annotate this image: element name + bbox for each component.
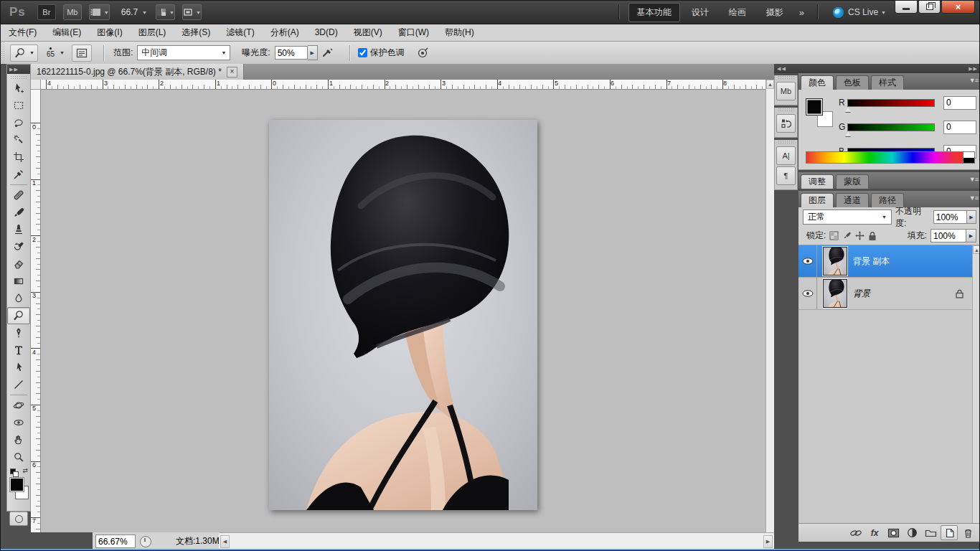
quick-select-tool[interactable] bbox=[7, 131, 30, 149]
green-value-input[interactable] bbox=[943, 121, 976, 134]
menu-help[interactable]: 帮助(H) bbox=[437, 24, 482, 41]
minimize-button[interactable] bbox=[895, 1, 918, 14]
new-group-button[interactable] bbox=[922, 525, 939, 540]
workspace-painting[interactable]: 绘画 bbox=[720, 3, 755, 22]
restore-button[interactable] bbox=[918, 1, 941, 14]
move-tool[interactable] bbox=[7, 80, 30, 97]
opacity-value[interactable]: 100% bbox=[933, 210, 967, 224]
layer-thumbnail[interactable] bbox=[823, 279, 847, 308]
lasso-tool[interactable] bbox=[7, 114, 30, 131]
panel-menu-icon[interactable]: ▼≡ bbox=[969, 176, 978, 183]
horizontal-scrollbar[interactable]: ◀ ▶ bbox=[219, 532, 774, 550]
horizontal-ruler[interactable]: 4 3 2 1 0 1 2 3 4 5 6 7 8 bbox=[41, 80, 765, 90]
visibility-toggle[interactable] bbox=[798, 278, 817, 309]
delete-layer-button[interactable] bbox=[959, 525, 976, 540]
tab-layers[interactable]: 图层 bbox=[801, 193, 834, 207]
toggle-brush-panel-button[interactable] bbox=[72, 44, 92, 62]
add-mask-button[interactable] bbox=[885, 525, 902, 540]
grip-handle[interactable] bbox=[778, 140, 794, 144]
layer-thumbnail[interactable] bbox=[823, 247, 847, 276]
lock-all-icon[interactable] bbox=[868, 231, 877, 241]
tab-swatches[interactable]: 色板 bbox=[836, 75, 869, 90]
tab-paths[interactable]: 路径 bbox=[871, 193, 904, 207]
swap-colors-icon[interactable]: ⇄ bbox=[22, 467, 28, 474]
panel-menu-icon[interactable]: ▼≡ bbox=[969, 77, 978, 84]
marquee-tool[interactable] bbox=[7, 97, 30, 114]
tab-channels[interactable]: 通道 bbox=[836, 193, 869, 207]
slider-marker-icon[interactable] bbox=[845, 105, 851, 112]
grip-handle[interactable] bbox=[1, 42, 6, 64]
lock-transparency-icon[interactable] bbox=[829, 231, 839, 240]
vertical-scrollbar[interactable]: ▲ bbox=[765, 80, 774, 532]
lock-pixels-icon[interactable] bbox=[842, 231, 852, 240]
canvas[interactable] bbox=[41, 90, 765, 532]
workspace-essentials[interactable]: 基本功能 bbox=[628, 3, 680, 22]
layer-name[interactable]: 背景 bbox=[853, 288, 870, 300]
tool-preset-picker[interactable]: ▼ bbox=[10, 44, 38, 62]
lock-position-icon[interactable] bbox=[855, 231, 864, 240]
ruler-corner[interactable] bbox=[31, 80, 41, 90]
type-tool[interactable] bbox=[7, 342, 30, 359]
blend-mode-select[interactable]: 正常 ▼ bbox=[803, 209, 892, 225]
link-layers-button[interactable] bbox=[847, 525, 864, 540]
layer-row-background-copy[interactable]: 背景 副本 bbox=[798, 245, 980, 278]
tablet-pressure-toggle[interactable] bbox=[413, 44, 433, 62]
blur-tool[interactable] bbox=[7, 290, 30, 307]
line-tool[interactable] bbox=[7, 376, 30, 393]
caret-down-icon[interactable]: ▼ bbox=[142, 10, 147, 15]
clone-stamp-tool[interactable] bbox=[7, 221, 30, 238]
red-value-input[interactable] bbox=[943, 96, 976, 110]
green-slider[interactable] bbox=[847, 123, 935, 131]
healing-brush-tool[interactable] bbox=[7, 187, 30, 204]
screen-mode-button[interactable]: ▼ bbox=[182, 4, 202, 20]
spectrum-bw-wells[interactable] bbox=[963, 151, 975, 164]
protect-tones-checkbox[interactable]: 保护色调 bbox=[358, 47, 405, 59]
document-image[interactable] bbox=[269, 120, 537, 510]
mini-bridge-panel-button[interactable]: Mb bbox=[776, 82, 796, 100]
rotate-3d-tool[interactable] bbox=[7, 397, 30, 414]
scroll-up-icon[interactable]: ▲ bbox=[973, 245, 980, 254]
pen-tool[interactable] bbox=[7, 324, 30, 342]
status-zoom-input[interactable] bbox=[95, 534, 136, 548]
menu-3d[interactable]: 3D(D) bbox=[307, 24, 346, 41]
mini-bridge-button[interactable]: Mb bbox=[63, 4, 82, 20]
view-extras-button[interactable]: ▼ bbox=[89, 4, 110, 20]
path-select-tool[interactable] bbox=[7, 359, 30, 376]
default-colors-button[interactable]: ⇄ bbox=[9, 467, 28, 476]
workspace-design[interactable]: 设计 bbox=[683, 3, 717, 22]
brush-tool[interactable] bbox=[7, 204, 30, 221]
foreground-color-swatch[interactable] bbox=[806, 98, 823, 116]
panel-menu-icon[interactable]: ▼≡ bbox=[969, 194, 978, 202]
tab-adjustments[interactable]: 调整 bbox=[801, 174, 834, 189]
opacity-spinner[interactable]: ▶ bbox=[967, 210, 976, 224]
exposure-spinner[interactable]: ▶ bbox=[308, 45, 318, 60]
history-panel-button[interactable] bbox=[776, 114, 796, 133]
arrange-documents-button[interactable]: ▼ bbox=[156, 4, 175, 20]
orbit-3d-tool[interactable] bbox=[7, 414, 30, 431]
close-button[interactable]: × bbox=[941, 1, 975, 14]
menu-layer[interactable]: 图层(L) bbox=[131, 24, 174, 41]
paragraph-panel-button[interactable]: ¶ bbox=[776, 166, 796, 185]
scroll-up-icon[interactable]: ▲ bbox=[766, 80, 774, 89]
adjustment-layer-button[interactable] bbox=[903, 525, 920, 540]
tab-close-icon[interactable]: × bbox=[227, 67, 237, 77]
expand-dock-icon[interactable]: ◀◀ bbox=[777, 64, 786, 73]
layer-style-button[interactable]: fx bbox=[866, 525, 883, 540]
dodge-tool[interactable] bbox=[7, 307, 30, 324]
layer-row-background[interactable]: 背景 bbox=[798, 278, 980, 310]
history-brush-tool[interactable] bbox=[7, 238, 30, 255]
tools-collapse-button[interactable]: ▶▶ bbox=[7, 65, 30, 74]
crop-tool[interactable] bbox=[7, 149, 30, 166]
gradient-tool[interactable] bbox=[7, 273, 30, 290]
tab-styles[interactable]: 样式 bbox=[871, 75, 904, 90]
document-tab[interactable]: 1621221115-0.jpg @ 66.7%(背景 副本, RGB/8) *… bbox=[31, 64, 244, 80]
menu-analysis[interactable]: 分析(A) bbox=[263, 24, 307, 41]
tab-masks[interactable]: 蒙版 bbox=[836, 174, 869, 189]
grip-handle[interactable] bbox=[778, 75, 794, 80]
zoom-tool[interactable] bbox=[7, 448, 30, 466]
range-select[interactable]: 中间调 ▼ bbox=[137, 45, 230, 60]
eraser-tool[interactable] bbox=[7, 255, 30, 273]
menu-file[interactable]: 文件(F) bbox=[1, 24, 44, 41]
brush-preset-picker[interactable]: 65 ▼ bbox=[47, 47, 65, 58]
menu-view[interactable]: 视图(V) bbox=[346, 24, 390, 41]
